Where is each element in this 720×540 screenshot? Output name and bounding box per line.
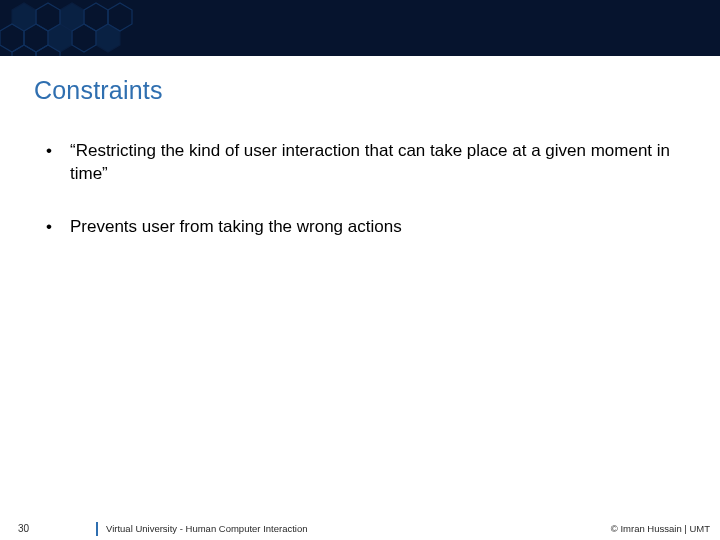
bullet-text: “Restricting the kind of user interactio… [70,140,680,186]
footer-copyright: © Imran Hussain | UMT [611,523,710,534]
bullet-text: Prevents user from taking the wrong acti… [70,216,680,239]
bullet-item: • “Restricting the kind of user interact… [46,140,680,186]
header-band [0,0,720,56]
svg-marker-10 [12,45,36,56]
footer: 30 Virtual University - Human Computer I… [0,518,720,540]
slide: Constraints • “Restricting the kind of u… [0,0,720,540]
bullet-marker: • [46,216,70,239]
footer-divider [96,522,98,536]
hex-pattern-icon [0,0,280,56]
bullet-marker: • [46,140,70,186]
footer-course: Virtual University - Human Computer Inte… [106,523,308,534]
page-number: 30 [18,523,29,534]
slide-title: Constraints [34,76,163,105]
svg-marker-0 [12,3,36,31]
bullet-item: • Prevents user from taking the wrong ac… [46,216,680,239]
slide-content: • “Restricting the kind of user interact… [46,140,680,269]
svg-marker-9 [96,24,120,52]
